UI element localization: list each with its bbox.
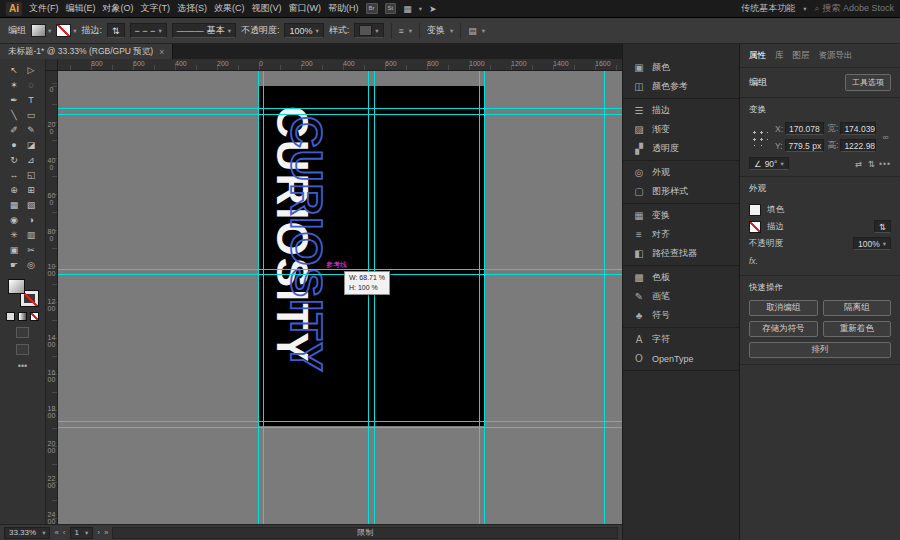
type-tool[interactable]: T — [23, 92, 40, 107]
menu-type[interactable]: 文字(T) — [141, 2, 171, 15]
gradient-tool[interactable]: ▨ — [23, 197, 40, 212]
height-input[interactable]: 1222.984 — [840, 139, 876, 152]
panel-color-guide[interactable]: ◫颜色参考 — [623, 77, 739, 96]
menu-object[interactable]: 对象(O) — [103, 2, 134, 15]
guide-vertical[interactable] — [604, 71, 605, 524]
document-tab[interactable]: 未标题-1* @ 33.33% (RGB/GPU 预览) × — [0, 44, 173, 59]
reference-point-grid[interactable] — [750, 128, 768, 146]
guide-vertical[interactable] — [258, 71, 259, 524]
guide-vertical[interactable] — [374, 71, 375, 524]
guide-horizontal[interactable] — [58, 108, 622, 109]
guide-vertical[interactable] — [479, 71, 480, 524]
canvas[interactable]: CURIOSITY CURIOSITY — [58, 71, 622, 524]
stroke-swatch[interactable] — [56, 24, 71, 37]
next-artboard-button[interactable]: › — [97, 528, 100, 537]
line-segment-tool[interactable]: ╲ — [6, 107, 23, 122]
stroke-color-chip[interactable] — [749, 221, 761, 233]
stock-button[interactable]: St — [385, 3, 397, 14]
symbol-sprayer-tool[interactable]: ✳ — [6, 227, 23, 242]
none-button[interactable] — [30, 312, 39, 321]
mesh-tool[interactable]: ▦ — [6, 197, 23, 212]
tool-options-button[interactable]: 工具选项 — [845, 74, 891, 91]
panel-color[interactable]: ▣颜色 — [623, 58, 739, 77]
panel-stroke[interactable]: ☰描边 — [623, 101, 739, 120]
rotate-tool[interactable]: ↻ — [6, 152, 23, 167]
zoom-dropdown[interactable]: 33.33% ▾ — [4, 527, 50, 539]
hand-tool[interactable]: ☛ — [6, 257, 23, 272]
horizontal-ruler[interactable]: 800 600 400 200 0 200 400 600 800 1000 1… — [58, 59, 622, 71]
stroke-weight-input[interactable]: ⇅ — [107, 23, 125, 38]
first-artboard-button[interactable]: « — [54, 528, 58, 537]
opacity-input[interactable]: 100% ▾ — [284, 23, 323, 38]
panel-transparency[interactable]: ▞透明度 — [623, 139, 739, 158]
menu-help[interactable]: 帮助(H) — [328, 2, 359, 15]
guide-horizontal[interactable] — [58, 114, 622, 115]
column-graph-tool[interactable]: ▥ — [23, 227, 40, 242]
panel-symbols[interactable]: ♣符号 — [623, 306, 739, 325]
menu-window[interactable]: 窗口(W) — [289, 2, 322, 15]
transform-menu[interactable]: 变换 — [427, 24, 445, 37]
selection-tool[interactable]: ↖ — [6, 62, 23, 77]
rotation-dropdown[interactable]: ∠ 90° ▾ — [749, 157, 789, 170]
brush-definition-dropdown[interactable]: ——— 基本 ▾ — [172, 23, 236, 38]
fill-swatch[interactable] — [31, 24, 46, 37]
scale-tool[interactable]: ⊿ — [23, 152, 40, 167]
link-dimensions-icon[interactable]: ∞ — [880, 132, 891, 142]
workspace-name[interactable]: 传统基本功能 — [741, 2, 795, 15]
blend-tool[interactable]: ◑ — [23, 212, 40, 227]
fill-indicator[interactable] — [8, 279, 25, 294]
variable-width-dropdown[interactable]: − − − ▾ — [130, 23, 167, 38]
fill-color-control[interactable]: ▾ — [31, 24, 51, 37]
width-tool[interactable]: ↔ — [6, 167, 23, 182]
pencil-tool[interactable]: ✎ — [23, 122, 40, 137]
artboard-tool[interactable]: ▣ — [6, 242, 23, 257]
perspective-grid-tool[interactable]: ⊞ — [23, 182, 40, 197]
blob-brush-tool[interactable]: ● — [6, 137, 23, 152]
magic-wand-tool[interactable]: ✶ — [6, 77, 23, 92]
save-as-symbol-button[interactable]: 存储为符号 — [749, 321, 818, 337]
artboard-number-input[interactable]: 1 ▾ — [70, 527, 94, 539]
eraser-tool[interactable]: ◪ — [23, 137, 40, 152]
panel-swatches[interactable]: ▩色板 — [623, 268, 739, 287]
slice-tool[interactable]: ✂ — [23, 242, 40, 257]
guide-horizontal[interactable] — [58, 421, 622, 422]
bridge-button[interactable]: Br — [366, 3, 378, 14]
x-input[interactable]: 170.078 — [785, 122, 823, 135]
stock-search[interactable]: ⌕ 搜索 Adobe Stock — [814, 2, 894, 15]
guide-horizontal[interactable] — [58, 427, 622, 428]
panel-options-icon[interactable]: ▤ — [468, 26, 477, 36]
flip-horizontal-icon[interactable]: ⇄ — [855, 159, 862, 169]
stepper-icon[interactable]: ⇅ — [112, 26, 120, 36]
ruler-corner[interactable] — [46, 59, 58, 71]
tab-properties[interactable]: 属性 — [749, 50, 766, 62]
panel-appearance[interactable]: ◎外观 — [623, 163, 739, 182]
rectangle-tool[interactable]: ▭ — [23, 107, 40, 122]
tab-libraries[interactable]: 库 — [775, 50, 784, 62]
panel-brushes[interactable]: ✎画笔 — [623, 287, 739, 306]
stroke-color-control[interactable]: ▾ — [56, 24, 76, 37]
menu-view[interactable]: 视图(V) — [252, 2, 282, 15]
menu-select[interactable]: 选择(S) — [177, 2, 207, 15]
rocket-icon[interactable]: ➤ — [429, 4, 437, 14]
tab-asset-export[interactable]: 资源导出 — [819, 50, 853, 62]
panel-character[interactable]: A字符 — [623, 330, 739, 349]
pen-tool[interactable]: ✒ — [6, 92, 23, 107]
direct-selection-tool[interactable]: ▷ — [23, 62, 40, 77]
align-menu-icon[interactable]: ≡ — [399, 26, 404, 36]
color-button[interactable] — [6, 312, 15, 321]
isolate-group-button[interactable]: 隔离组 — [823, 300, 892, 316]
menu-edit[interactable]: 编辑(E) — [66, 2, 96, 15]
more-options-icon[interactable]: ••• — [879, 159, 891, 169]
last-artboard-button[interactable]: » — [104, 528, 108, 537]
guide-vertical[interactable] — [484, 71, 485, 524]
fill-stroke-indicator[interactable] — [8, 279, 38, 306]
menu-file[interactable]: 文件(F) — [29, 2, 59, 15]
panel-opentype[interactable]: OOpenType — [623, 349, 739, 368]
width-input[interactable]: 174.039 — [840, 122, 876, 135]
eyedropper-tool[interactable]: ◉ — [6, 212, 23, 227]
toolbar-more-icon[interactable]: ••• — [18, 361, 27, 371]
menu-effect[interactable]: 效果(C) — [214, 2, 245, 15]
panel-transform[interactable]: ▦变换 — [623, 206, 739, 225]
free-transform-tool[interactable]: ◱ — [23, 167, 40, 182]
opacity-dropdown[interactable]: 100% ▾ — [853, 237, 891, 250]
